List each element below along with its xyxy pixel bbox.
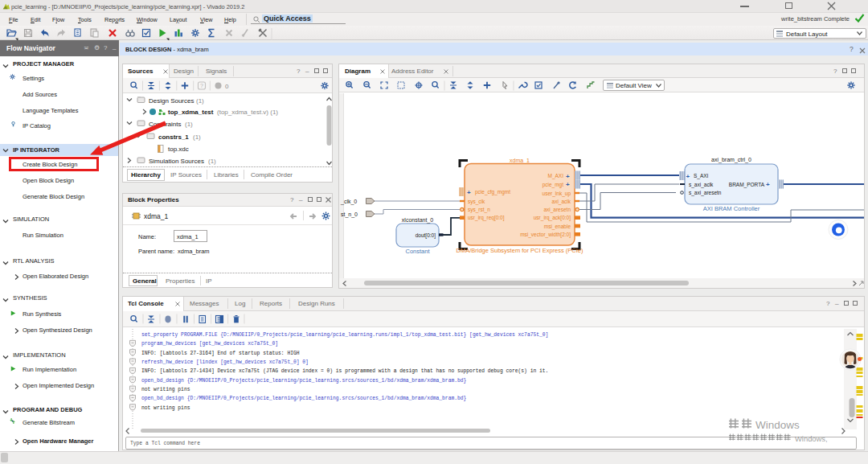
svg-text:Windows: Windows [755,419,800,431]
svg-text:Windows,: Windows, [795,434,828,443]
svg-text:(1): (1) [196,97,204,105]
svg-text:+: + [766,181,770,188]
svg-text:axi_bram_ctrl_0: axi_bram_ctrl_0 [711,157,751,163]
svg-text:st_n_0: st_n_0 [341,211,358,218]
svg-text:DMA/Bridge Subsystem for PCI E: DMA/Bridge Subsystem for PCI Express (PC… [457,247,583,254]
svg-text:msi_vector_width[2:0]: msi_vector_width[2:0] [520,232,571,238]
svg-text:Design Sources: Design Sources [149,97,194,105]
svg-text:+: + [566,181,570,188]
svg-text:(top_xdma_test.v) (1): (top_xdma_test.v) (1) [217,109,278,116]
svg-text:usr_irq_ack[0:0]: usr_irq_ack[0:0] [534,215,571,221]
svg-text:?: ? [200,83,203,88]
svg-text:sys_rst_n: sys_rst_n [468,207,490,213]
svg-text:pcie_mgt: pcie_mgt [542,182,564,188]
svg-text:pcie_cfg_mgmt: pcie_cfg_mgmt [475,189,510,195]
svg-text:_clk_0: _clk_0 [340,199,357,205]
svg-text:+: + [686,173,690,180]
svg-text:sys_clk: sys_clk [468,199,485,205]
svg-text:axi_aresetn: axi_aresetn [543,207,571,213]
svg-text:+: + [467,189,471,196]
svg-text:s_axi_aclk: s_axi_aclk [689,182,714,188]
svg-text:(1): (1) [185,121,193,128]
svg-text:msi_enable: msi_enable [544,224,571,230]
svg-text:AXI BRAM Controller: AXI BRAM Controller [703,205,760,212]
svg-text:(1): (1) [193,133,201,141]
svg-text:Constant: Constant [405,248,430,255]
svg-text:S_AXI: S_AXI [694,173,709,179]
svg-text:axi_aclk: axi_aclk [552,199,571,205]
svg-text:xdma_1: xdma_1 [510,158,530,164]
svg-text:user_lnk_up: user_lnk_up [542,191,571,197]
svg-text:usr_irq_req[0:0]: usr_irq_req[0:0] [468,215,505,221]
svg-text:(1): (1) [208,158,216,165]
svg-text:0: 0 [225,83,229,90]
svg-text:s_axi_aresetn: s_axi_aresetn [689,190,722,196]
svg-text:M_AXI: M_AXI [547,173,563,179]
svg-text:+: + [566,173,570,180]
svg-text:xlconstant_0: xlconstant_0 [402,217,433,224]
svg-text:dout[0:0]: dout[0:0] [416,232,436,239]
svg-text:BRAM_PORTA: BRAM_PORTA [729,182,765,188]
